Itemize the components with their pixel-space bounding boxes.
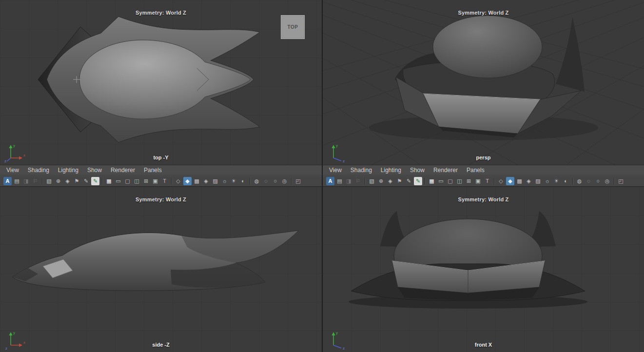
viewport-label: side -Z — [0, 342, 322, 348]
toolbar-separator — [365, 178, 365, 185]
maya-four-view-window: Symmetry: World Z TOP y x z top -Y — [0, 0, 644, 352]
menu-item-show[interactable]: Show — [83, 165, 106, 176]
viewport-front-x[interactable]: Symmetry: World Z y z front X — [323, 187, 644, 352]
resolution-gate-icon[interactable]: ▢ — [446, 177, 454, 185]
occlusion-icon[interactable]: ◍ — [253, 177, 261, 185]
menu-item-view[interactable]: View — [2, 165, 23, 176]
camera-shake-icon[interactable]: ◈ — [63, 177, 72, 185]
resolution-gate-icon[interactable]: ▢ — [123, 177, 132, 185]
viewport-label: persp — [323, 155, 644, 160]
field-chart-icon[interactable]: ⊞ — [465, 177, 473, 185]
panel-layout-icon[interactable]: ▤ — [13, 177, 21, 185]
select-camera-icon[interactable]: A — [326, 177, 334, 185]
field-chart-icon[interactable]: ⊞ — [142, 177, 150, 185]
top-view-scene[interactable] — [0, 0, 322, 165]
wireframe-cube-icon[interactable]: ◇ — [174, 177, 182, 185]
menu-item-lighting[interactable]: Lighting — [376, 165, 406, 176]
two-d-pan-zoom-icon[interactable]: ⊕ — [377, 177, 385, 185]
all-lights-icon[interactable]: ☀ — [230, 177, 238, 185]
material-cube-icon[interactable]: ◈ — [202, 177, 210, 185]
toolbar-separator — [291, 178, 292, 185]
viewport-top-y[interactable]: Symmetry: World Z TOP y x z top -Y — [0, 0, 322, 165]
film-gate-icon[interactable]: ▭ — [114, 177, 122, 185]
shaded-cube-icon[interactable]: ◆ — [506, 177, 514, 185]
antialias-icon[interactable]: ○ — [594, 177, 602, 185]
menu-item-shading[interactable]: Shading — [346, 165, 376, 176]
menu-item-show[interactable]: Show — [406, 165, 429, 176]
panel-menubar-right: ViewShadingLightingShowRendererPanels — [323, 165, 644, 176]
panel-menubar-left: ViewShadingLightingShowRendererPanels — [0, 165, 322, 176]
default-light-icon[interactable]: ☼ — [543, 177, 551, 185]
svg-text:y: y — [336, 331, 338, 335]
two-d-pan-zoom-icon[interactable]: ⊕ — [54, 177, 62, 185]
textured-cube-icon[interactable]: ▩ — [515, 177, 524, 185]
toolbar-separator — [102, 178, 102, 185]
panel-toolbar-left: A▤◨⚐▧⊕◈⚑✎✎▦▭▢◫⊞▣T◇◆▩◈▨☼☀◐◍◌○◎◰ — [0, 176, 322, 187]
menu-item-panels[interactable]: Panels — [139, 165, 166, 176]
bookmarks-icon[interactable]: ⚑ — [395, 177, 404, 185]
isolate-select-icon[interactable]: ◰ — [617, 177, 625, 185]
occlusion-icon[interactable]: ◍ — [575, 177, 584, 185]
depth-of-field-icon[interactable]: ◎ — [603, 177, 611, 185]
image-plane-icon[interactable]: ▧ — [45, 177, 53, 185]
safe-action-icon[interactable]: ▣ — [151, 177, 159, 185]
viewport-label: front X — [323, 342, 644, 348]
toolbar-separator — [42, 178, 42, 185]
wireframe-on-shaded-icon[interactable]: ▨ — [534, 177, 542, 185]
grease-pencil-icon[interactable]: ✎ — [91, 177, 99, 185]
annotate-icon[interactable]: ✎ — [405, 177, 413, 185]
panel-bar-left: ViewShadingLightingShowRendererPanels A▤… — [0, 165, 322, 187]
safe-title-icon[interactable]: T — [160, 177, 169, 185]
svg-text:y: y — [336, 143, 338, 148]
safe-title-icon[interactable]: T — [483, 177, 491, 185]
gate-mask-icon[interactable]: ◫ — [455, 177, 464, 185]
wireframe-cube-icon[interactable]: ◇ — [497, 177, 505, 185]
annotate-icon[interactable]: ✎ — [82, 177, 90, 185]
persp-view-scene[interactable] — [323, 0, 644, 165]
menu-item-lighting[interactable]: Lighting — [54, 165, 83, 176]
material-cube-icon[interactable]: ◈ — [525, 177, 533, 185]
camera-bookmark-icon[interactable]: ⚐ — [354, 177, 362, 185]
textured-cube-icon[interactable]: ▩ — [193, 177, 201, 185]
depth-of-field-icon[interactable]: ◎ — [280, 177, 289, 185]
safe-action-icon[interactable]: ▣ — [474, 177, 482, 185]
motion-blur-icon[interactable]: ◌ — [262, 177, 270, 185]
grid-icon[interactable]: ▦ — [428, 177, 436, 185]
menu-item-panels[interactable]: Panels — [462, 165, 489, 176]
menu-item-renderer[interactable]: Renderer — [429, 165, 462, 176]
shadows-icon[interactable]: ◐ — [562, 177, 570, 185]
all-lights-icon[interactable]: ☀ — [552, 177, 561, 185]
side-view-scene[interactable] — [0, 187, 322, 352]
view-cube[interactable]: TOP — [281, 15, 305, 39]
menu-item-shading[interactable]: Shading — [23, 165, 54, 176]
viewport-persp[interactable]: Symmetry: World Z y z persp — [323, 0, 644, 165]
select-camera-icon[interactable]: A — [3, 177, 12, 185]
grease-pencil-icon[interactable]: ✎ — [414, 177, 422, 185]
menu-item-renderer[interactable]: Renderer — [106, 165, 139, 176]
menu-item-view[interactable]: View — [325, 165, 346, 176]
camera-shake-icon[interactable]: ◈ — [386, 177, 394, 185]
bookmarks-icon[interactable]: ⚑ — [73, 177, 81, 185]
gate-mask-icon[interactable]: ◫ — [133, 177, 141, 185]
view-cube-label: TOP — [288, 24, 298, 30]
wireframe-on-shaded-icon[interactable]: ▨ — [211, 177, 219, 185]
default-light-icon[interactable]: ☼ — [220, 177, 229, 185]
image-plane-icon[interactable]: ▧ — [368, 177, 376, 185]
svg-text:y: y — [13, 331, 15, 335]
antialias-icon[interactable]: ○ — [271, 177, 279, 185]
front-view-scene[interactable] — [323, 187, 644, 352]
isolate-select-icon[interactable]: ◰ — [294, 177, 302, 185]
panel-layout-icon[interactable]: ▤ — [335, 177, 344, 185]
toolbar-separator — [171, 178, 172, 185]
toolbar-separator — [494, 178, 494, 185]
viewport-side-z[interactable]: Symmetry: World Z y x z side -Z — [0, 187, 322, 352]
camera-attributes-icon[interactable]: ◨ — [345, 177, 353, 185]
svg-text:y: y — [13, 143, 15, 148]
motion-blur-icon[interactable]: ◌ — [585, 177, 593, 185]
shadows-icon[interactable]: ◐ — [239, 177, 247, 185]
film-gate-icon[interactable]: ▭ — [437, 177, 445, 185]
shaded-cube-icon[interactable]: ◆ — [183, 177, 192, 185]
grid-icon[interactable]: ▦ — [105, 177, 113, 185]
camera-attributes-icon[interactable]: ◨ — [22, 177, 30, 185]
camera-bookmark-icon[interactable]: ⚐ — [31, 177, 39, 185]
